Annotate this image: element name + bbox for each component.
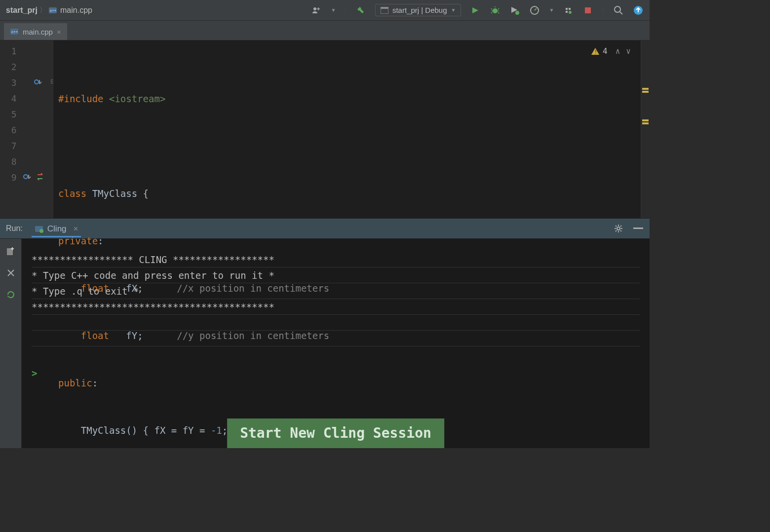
svg-rect-3	[381, 7, 388, 9]
console-line: * Type C++ code and press enter to run i…	[32, 267, 640, 283]
profile-icon[interactable]	[529, 5, 540, 16]
update-icon[interactable]	[633, 5, 644, 16]
chevron-down-icon[interactable]: ∨	[626, 43, 631, 59]
cpp-file-icon: c++	[48, 6, 57, 15]
svg-point-13	[35, 80, 38, 84]
run-panel-body: ****************** CLING ***************…	[0, 239, 650, 448]
run-configuration-selector[interactable]: start_prj | Debug ▼	[375, 4, 462, 16]
chevron-down-icon[interactable]: ▼	[331, 7, 336, 13]
svg-point-4	[493, 8, 498, 13]
close-icon[interactable]	[5, 267, 16, 278]
breadcrumb-project[interactable]: start_prj	[6, 6, 38, 15]
start-session-banner: Start New Cling Session	[227, 418, 444, 448]
code-area[interactable]: ! 4 ∧ ∨ #include <iostream> class TMyCla…	[53, 40, 641, 218]
rerun-icon[interactable]	[5, 289, 16, 300]
diff-icon[interactable]	[37, 173, 46, 183]
console-line: * Type .q to exit *	[32, 283, 640, 299]
warning-icon: !	[591, 47, 600, 56]
stop-icon[interactable]	[582, 5, 593, 16]
breadcrumb-file-label: main.cpp	[60, 6, 92, 15]
override-icon[interactable]	[23, 173, 33, 183]
svg-point-17	[39, 229, 43, 233]
editor-tab-bar: c++ main.cpp ×	[0, 21, 650, 40]
editor-gutter: 1 2 3 4 5 6 7 8 9 ⊟	[0, 40, 53, 218]
svg-text:c++: c++	[50, 8, 57, 13]
code-editor: 1 2 3 4 5 6 7 8 9 ⊟	[0, 40, 650, 218]
svg-rect-8	[585, 7, 591, 13]
close-icon[interactable]: ×	[57, 28, 61, 36]
main-toolbar: start_prj 〉 c++ main.cpp ▼ | start_prj |…	[0, 0, 650, 21]
cling-console[interactable]: ****************** CLING ***************…	[22, 239, 650, 448]
search-icon[interactable]	[613, 5, 624, 16]
chevron-up-icon[interactable]: ∧	[616, 43, 620, 59]
console-line: ****************** CLING ***************…	[32, 252, 640, 267]
line-numbers: 1 2 3 4 5 6 7 8 9	[0, 43, 20, 186]
svg-text:c++: c++	[11, 30, 18, 34]
svg-point-5	[515, 11, 519, 15]
editor-tab-main-cpp[interactable]: c++ main.cpp ×	[4, 23, 67, 40]
console-line	[32, 315, 640, 331]
warning-count: 4	[603, 43, 608, 59]
svg-point-7	[569, 11, 572, 14]
run-panel-label: Run:	[6, 224, 23, 233]
cpp-file-icon: c++	[10, 27, 19, 36]
editor-marker-strip[interactable]	[641, 40, 650, 218]
svg-point-14	[24, 175, 28, 179]
add-user-icon[interactable]	[311, 5, 322, 16]
run-config-label: start_prj | Debug	[392, 6, 447, 14]
attach-icon[interactable]	[563, 5, 574, 16]
build-hammer-icon[interactable]	[355, 5, 366, 16]
svg-text:!: !	[594, 49, 597, 55]
coverage-icon[interactable]	[509, 5, 520, 16]
new-session-icon[interactable]	[5, 246, 16, 257]
console-prompt[interactable]: >	[32, 365, 640, 381]
console-line	[32, 331, 640, 346]
tab-label: main.cpp	[23, 28, 53, 36]
chevron-down-icon: ▼	[451, 7, 456, 13]
recursive-icon[interactable]	[34, 78, 43, 88]
console-line: ****************************************…	[32, 299, 640, 315]
debug-bug-icon[interactable]	[490, 5, 500, 16]
chevron-down-icon[interactable]: ▼	[549, 7, 554, 13]
cpp-file-icon	[35, 225, 43, 233]
toolbar-actions: ▼ | start_prj | Debug ▼ ▼ |	[311, 4, 644, 16]
warnings-badge[interactable]: ! 4 ∧ ∨	[591, 43, 631, 59]
run-play-icon[interactable]	[470, 5, 481, 16]
breadcrumb-file[interactable]: c++ main.cpp	[48, 6, 92, 15]
breadcrumb: start_prj 〉 c++ main.cpp	[6, 6, 311, 15]
run-panel-toolbar	[0, 239, 22, 448]
svg-point-9	[615, 6, 620, 12]
window-icon	[381, 7, 388, 14]
chevron-right-icon: 〉	[39, 6, 46, 15]
